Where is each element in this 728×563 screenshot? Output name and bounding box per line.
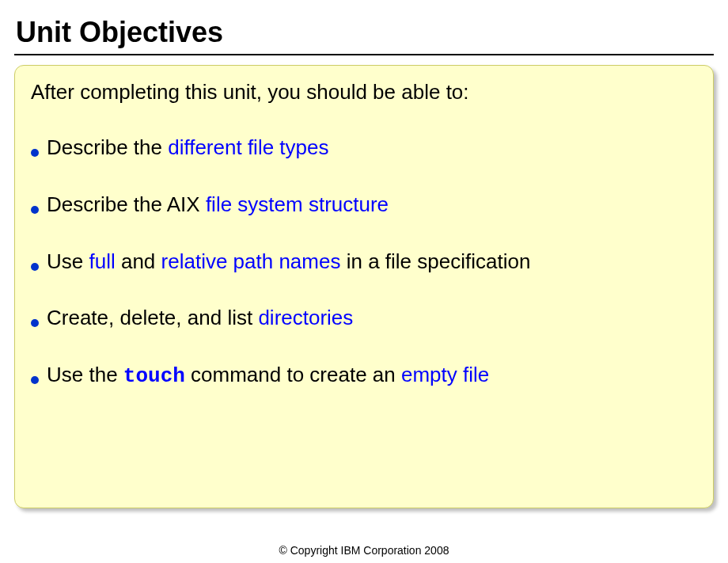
bullet-text: Use the touch command to create an empty…	[47, 362, 489, 390]
list-item: Create, delete, and list directories	[31, 305, 697, 332]
bullet-icon	[31, 319, 39, 327]
intro-text: After completing this unit, you should b…	[31, 80, 697, 105]
bullet-icon	[31, 149, 39, 157]
page-title: Unit Objectives	[14, 16, 714, 49]
list-item: Describe the AIX file system structure	[31, 192, 697, 219]
bullet-icon	[31, 263, 39, 271]
list-item: Describe the different file types	[31, 135, 697, 162]
slide: Unit Objectives After completing this un…	[0, 0, 728, 516]
bullet-text: Describe the AIX file system structure	[47, 192, 389, 219]
bullet-text: Describe the different file types	[47, 135, 329, 162]
title-divider	[14, 54, 714, 55]
bullet-icon	[31, 376, 39, 384]
list-item: Use full and relative path names in a fi…	[31, 249, 697, 276]
bullet-icon	[31, 206, 39, 214]
list-item: Use the touch command to create an empty…	[31, 362, 697, 390]
content-panel: After completing this unit, you should b…	[14, 65, 714, 508]
bullet-text: Create, delete, and list directories	[47, 305, 353, 332]
copyright-footer: © Copyright IBM Corporation 2008	[0, 544, 728, 557]
bullet-text: Use full and relative path names in a fi…	[47, 249, 530, 276]
